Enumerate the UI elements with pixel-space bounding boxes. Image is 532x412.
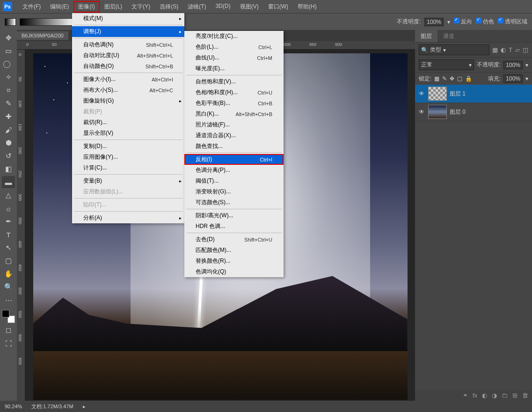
type-tool[interactable]: T [2,228,15,241]
chevron-down-icon[interactable]: ▾ [525,75,528,82]
brush-tool[interactable]: 🖌 [2,124,15,136]
zoom-level[interactable]: 90.24% [5,404,22,409]
gradient-tool[interactable]: ▬ [2,176,15,188]
menu-f[interactable]: 文件(F) [18,1,45,13]
menu-item[interactable]: 可选颜色(S)... [184,197,284,208]
filter-adjust-icon[interactable]: ◐ [501,46,506,53]
doc-info-chevron-icon[interactable]: ▸ [83,404,86,410]
layer-thumbnail[interactable] [428,87,447,101]
menu-item[interactable]: 黑白(K)...Alt+Shift+Ctrl+B [184,109,284,119]
history-brush-tool[interactable]: ↺ [2,150,15,162]
menu-item[interactable]: 色相/饱和度(H)...Ctrl+U [184,87,284,98]
menu-item[interactable]: 色调均化(Q) [184,266,284,277]
menu-item[interactable]: 曲线(U)...Ctrl+M [184,52,284,63]
menu-item[interactable]: 颜色查找... [184,141,284,152]
eraser-tool[interactable]: ◧ [2,163,15,175]
menu-item[interactable]: 曝光度(E)... [184,63,284,74]
wand-tool[interactable]: ✧ [2,71,15,83]
screenmode-tool[interactable]: ⛶ [2,337,15,349]
lock-pixels-icon[interactable]: ▦ [434,75,439,82]
fg-bg-swatch[interactable] [5,18,16,26]
menu-item[interactable]: 阈值(T)... [184,176,284,186]
menu-item[interactable]: 替换颜色(R)... [184,256,284,266]
stamp-tool[interactable]: ⬢ [2,137,15,149]
layer-thumbnail[interactable] [428,105,447,119]
opacity-value[interactable]: 100% [424,18,444,26]
filter-type-icon[interactable]: T [509,46,512,53]
menu-v[interactable]: 视图(V) [235,1,263,13]
reverse-checkbox[interactable]: 反向 [454,18,472,26]
menu-item[interactable]: 渐变映射(G)... [184,186,284,197]
layer-filter-select[interactable]: 🔍 类型 ▾ [419,44,489,55]
shape-tool[interactable]: ▢ [2,255,15,267]
marquee-tool[interactable]: ▭ [2,45,15,57]
menu-item[interactable]: 自动色调(N)Shift+Ctrl+L [72,39,184,50]
lasso-tool[interactable]: ⃝ [2,58,15,70]
layer-name[interactable]: 图层 1 [450,90,466,98]
document-tab[interactable]: B6JK99MP0AI200 [17,31,68,40]
adjustment-icon[interactable]: ◑ [492,392,497,399]
zoom-tool[interactable]: 🔍 [2,281,15,293]
menu-item[interactable]: 反相(I)Ctrl+I [184,154,284,165]
menu-item[interactable]: 通道混合器(X)... [184,130,284,141]
menu-item[interactable]: 色彩平衡(B)...Ctrl+B [184,98,284,109]
layer-row[interactable]: 👁 图层 1 [415,85,532,103]
color-swatches[interactable] [2,310,15,323]
lock-artboard-icon[interactable]: ▢ [457,75,462,82]
menu-item[interactable]: 模式(M) [72,13,184,24]
menu-item[interactable]: 分析(A) [72,213,184,223]
menu-item[interactable]: 匹配颜色(M)... [184,245,284,256]
path-tool[interactable]: ↖ [2,242,15,254]
menu-item[interactable]: 自然饱和度(V)... [184,76,284,87]
menu-item[interactable]: 照片滤镜(F)... [184,119,284,130]
menu-item[interactable]: 调整(J) [72,26,184,37]
lock-paint-icon[interactable]: ✎ [442,75,447,82]
link-layers-icon[interactable]: ⚭ [463,392,468,399]
fill-value[interactable]: 100% [503,74,523,83]
menu-item[interactable]: 复制(D)... [72,141,184,152]
menu-h[interactable]: 帮助(H) [293,1,321,13]
new-layer-icon[interactable]: ⊞ [512,392,517,399]
dodge-tool[interactable]: ☼ [2,202,15,214]
eyedropper-tool[interactable]: ✎ [2,97,15,110]
menu-s[interactable]: 选择(S) [155,1,183,13]
menu-item[interactable]: 阴影/高光(W)... [184,210,284,221]
menu-dd[interactable]: 3D(D) [211,1,235,13]
menu-item[interactable]: 图像大小(I)...Alt+Ctrl+I [72,74,184,85]
menu-w[interactable]: 窗口(W) [263,1,293,13]
menu-e[interactable]: 编辑(E) [45,1,73,13]
move-tool[interactable]: ✥ [2,32,15,44]
menu-item[interactable]: 画布大小(S)...Alt+Ctrl+C [72,85,184,96]
layer-opacity-value[interactable]: 100% [503,61,523,69]
quickmask-tool[interactable]: ◻ [2,324,15,336]
menu-y[interactable]: 文字(Y) [127,1,155,13]
menu-item[interactable]: HDR 色调... [184,221,284,232]
menu-t[interactable]: 滤镜(T) [183,1,211,13]
opacity-chevron-icon[interactable]: ▾ [447,19,450,25]
mask-icon[interactable]: ◐ [482,392,487,399]
chevron-down-icon[interactable]: ▾ [525,62,528,68]
tab-layers[interactable]: 图层 [415,30,437,42]
filter-pixel-icon[interactable]: ▦ [492,46,498,53]
menu-item[interactable]: 裁切(R)... [72,117,184,128]
blur-tool[interactable]: △ [2,189,15,201]
lock-all-icon[interactable]: 🔒 [465,75,472,82]
dither-checkbox[interactable]: 仿色 [476,18,494,26]
menu-item[interactable]: 亮度/对比度(C)... [184,31,284,42]
layer-row[interactable]: 👁 图层 0 [415,103,532,121]
menu-item[interactable]: 色阶(L)...Ctrl+L [184,42,284,52]
pen-tool[interactable]: ✒ [2,215,15,228]
menu-item[interactable]: 色调分离(P)... [184,165,284,176]
menu-i[interactable]: 图像(I) [73,1,99,13]
blend-mode-select[interactable]: 正常 ▾ [419,59,474,70]
hand-tool[interactable]: ✋ [2,268,15,280]
visibility-icon[interactable]: 👁 [418,108,425,116]
menu-item[interactable]: 去色(D)Shift+Ctrl+U [184,234,284,245]
group-icon[interactable]: 🗀 [502,392,508,399]
menu-l[interactable]: 图层(L) [100,1,127,13]
delete-layer-icon[interactable]: 🗑 [522,392,528,399]
lock-position-icon[interactable]: ✥ [450,75,454,82]
menu-item[interactable]: 计算(C)... [72,162,184,173]
fx-icon[interactable]: fx [473,392,477,399]
menu-item[interactable]: 变量(B) [72,176,184,186]
